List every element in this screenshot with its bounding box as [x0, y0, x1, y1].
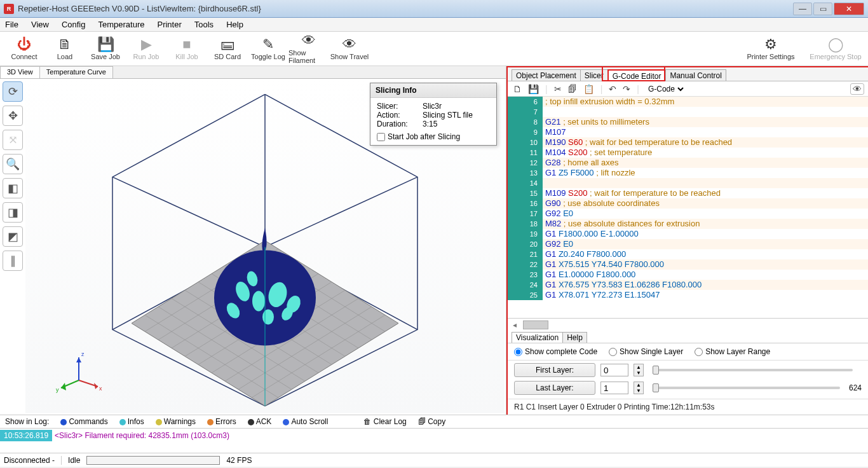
clear-log-button[interactable]: 🗑 Clear Log [363, 417, 406, 426]
cut-icon[interactable]: ✂ [554, 84, 562, 94]
app-icon: R [4, 4, 14, 14]
svg-marker-34 [76, 357, 81, 362]
tab-temperature-curve[interactable]: Temperature Curve [39, 66, 113, 78]
view-move-obj-icon[interactable]: ⤧ [3, 130, 23, 150]
gcode-line[interactable]: 24G1 X76.575 Y73.583 E1.06286 F1080.000 [508, 280, 868, 290]
tab-gcode-editor[interactable]: G-Code Editor [607, 69, 667, 81]
view-move-icon[interactable]: ✥ [3, 106, 23, 126]
menu-temperature[interactable]: Temperature [98, 20, 144, 29]
preview-icon[interactable]: 👁 [850, 83, 864, 95]
log-filter-ack[interactable]: ACK [248, 417, 272, 426]
statusbar: Disconnected - Idle 42 FPS [0, 453, 868, 467]
radio-layer-range[interactable]: Show Layer Range [695, 347, 770, 356]
kill-job-button[interactable]: ■Kill Job [166, 33, 207, 65]
menu-file[interactable]: File [5, 20, 18, 29]
show-travel-button[interactable]: 👁Show Travel [329, 33, 370, 65]
save-icon[interactable]: 💾 [528, 84, 539, 94]
view-iso-icon[interactable]: ◧ [3, 178, 23, 198]
status-fps: 42 FPS [226, 456, 252, 465]
log-area[interactable]: 10:53:26.819 <Slic3r> Filament required:… [0, 429, 868, 443]
log-filter-infos[interactable]: Infos [119, 417, 144, 426]
gcode-line[interactable]: 22G1 X75.515 Y74.540 F7800.000 [508, 259, 868, 270]
log-filter-errors[interactable]: Errors [207, 417, 236, 426]
gcode-line[interactable]: 14 [508, 178, 868, 188]
gcode-line[interactable]: 7 [508, 107, 868, 117]
paste-icon[interactable]: 📋 [583, 84, 594, 94]
menu-printer[interactable]: Printer [157, 20, 181, 29]
log-filter-warnings[interactable]: Warnings [156, 417, 196, 426]
tab-slicer[interactable]: Slicer [580, 69, 608, 81]
log-filter-commands[interactable]: Commands [60, 417, 107, 426]
radio-complete-code[interactable]: Show complete Code [514, 347, 597, 356]
gcode-line[interactable]: 6; top infill extrusion width = 0.32mm [508, 97, 868, 107]
tab-manual-control[interactable]: Manual Control [665, 69, 726, 81]
radio-single-layer[interactable]: Show Single Layer [609, 347, 683, 356]
slicing-info-panel: Slicing Info Slicer:Slic3r Action:Slicin… [370, 83, 497, 146]
gcode-line[interactable]: 18M82 ; use absolute distances for extru… [508, 219, 868, 229]
undo-icon[interactable]: ↶ [609, 84, 616, 94]
gcode-hscrollbar[interactable]: ◂ [508, 318, 868, 331]
menu-view[interactable]: View [31, 20, 49, 29]
view-front-icon[interactable]: ◨ [3, 202, 23, 223]
gcode-line[interactable]: 15M109 S200 ; wait for temperature to be… [508, 188, 868, 198]
last-layer-input[interactable] [600, 382, 628, 394]
printer-settings-button[interactable]: ⚙Printer Settings [742, 33, 799, 65]
gcode-line[interactable]: 13G1 Z5 F5000 ; lift nozzle [508, 168, 868, 178]
gcode-line[interactable]: 19G1 F1800.000 E-1.00000 [508, 229, 868, 239]
gcode-select[interactable]: G-Code [646, 84, 686, 94]
connect-button[interactable]: ⏻Connect [4, 33, 44, 65]
menu-tools[interactable]: Tools [194, 20, 214, 29]
gcode-line[interactable]: 21G1 Z0.240 F7800.000 [508, 249, 868, 259]
close-button[interactable]: ✕ [834, 3, 864, 15]
tab-3d-view[interactable]: 3D View [0, 66, 40, 78]
subtab-visualization[interactable]: Visualization [512, 332, 563, 343]
view-top-icon[interactable]: ◩ [3, 226, 23, 247]
first-layer-stepper[interactable]: ▲▼ [634, 364, 644, 376]
emergency-stop-button[interactable]: ◯Emergency Stop [807, 33, 864, 65]
new-file-icon[interactable]: 🗋 [513, 84, 522, 94]
gcode-line[interactable]: 23G1 E1.00000 F1800.000 [508, 270, 868, 280]
toggle-log-button[interactable]: ✎Toggle Log [248, 33, 288, 65]
menu-help[interactable]: Help [226, 20, 243, 29]
gcode-editor[interactable]: 6; top infill extrusion width = 0.32mm78… [508, 97, 868, 318]
run-job-button[interactable]: ▶Run Job [126, 33, 166, 65]
sd-card-button[interactable]: 🖴SD Card [207, 33, 248, 65]
maximize-button[interactable]: ▭ [813, 3, 832, 15]
first-layer-button[interactable]: First Layer: [514, 363, 595, 377]
gcode-line[interactable]: 10M190 S60 ; wait for bed temperature to… [508, 137, 868, 148]
gcode-line[interactable]: 12G28 ; home all axes [508, 158, 868, 168]
first-layer-slider[interactable] [653, 369, 853, 371]
menu-config[interactable]: Config [62, 20, 86, 29]
svg-text:z: z [81, 351, 85, 357]
log-auto-scroll[interactable]: Auto Scroll [283, 417, 328, 426]
gcode-line[interactable]: 8G21 ; set units to millimeters [508, 117, 868, 127]
redo-icon[interactable]: ↷ [623, 84, 630, 94]
load-button[interactable]: 🗎Load [44, 33, 85, 65]
view-parallel-icon[interactable]: ∥ [3, 251, 23, 271]
gcode-line[interactable]: 20G92 E0 [508, 239, 868, 249]
window-title: Repetier-Host GEEEtech V0.90D - ListView… [18, 4, 792, 13]
show-filament-button[interactable]: 👁Show Filament [288, 33, 329, 65]
first-layer-input[interactable] [600, 364, 628, 376]
subtab-help[interactable]: Help [562, 332, 587, 343]
last-layer-stepper[interactable]: ▲▼ [634, 382, 644, 394]
3d-viewport[interactable]: ⟳ ✥ ⤧ 🔍 ◧ ◨ ◩ ∥ [0, 79, 506, 415]
view-rotate-icon[interactable]: ⟳ [3, 81, 23, 102]
gcode-line[interactable]: 16G90 ; use absolute coordinates [508, 198, 868, 209]
view-zoom-icon[interactable]: 🔍 [3, 154, 23, 174]
last-layer-button[interactable]: Last Layer: [514, 381, 595, 395]
tab-object-placement[interactable]: Object Placement [512, 69, 581, 81]
left-tabs: 3D View Temperature Curve [0, 66, 506, 79]
minimize-button[interactable]: — [793, 3, 812, 15]
start-after-slicing-checkbox[interactable] [377, 133, 385, 141]
last-layer-slider[interactable] [653, 387, 840, 389]
copy-icon[interactable]: 🗐 [568, 84, 577, 94]
slicing-info-title: Slicing Info [370, 83, 496, 98]
svg-marker-32 [61, 383, 66, 390]
gcode-line[interactable]: 9M107 [508, 127, 868, 137]
save-job-button[interactable]: 💾Save Job [85, 33, 126, 65]
gcode-line[interactable]: 25G1 X78.071 Y72.273 E1.15047 [508, 290, 868, 300]
copy-log-button[interactable]: 🗐 Copy [418, 417, 445, 426]
gcode-line[interactable]: 11M104 S200 ; set temperature [508, 148, 868, 158]
gcode-line[interactable]: 17G92 E0 [508, 209, 868, 219]
